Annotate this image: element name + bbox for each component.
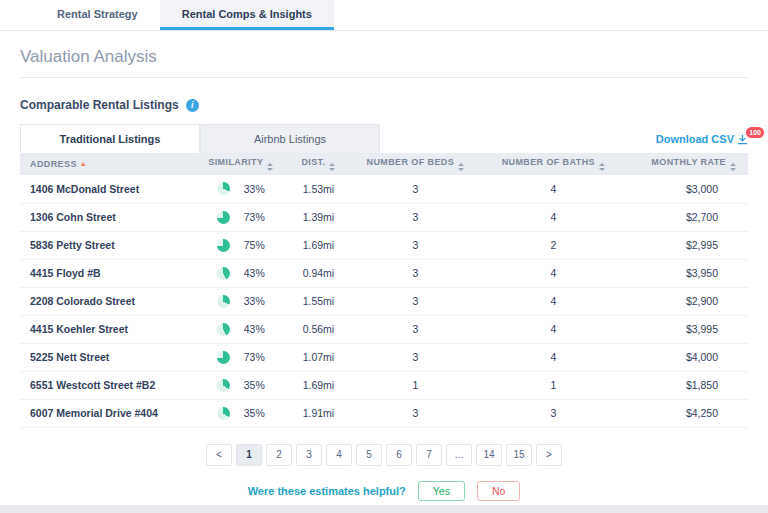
similarity-value: 43% <box>244 267 265 279</box>
download-badge: 100 <box>746 127 764 138</box>
table-row[interactable]: 6551 Westcott Street #B2 35% 1.69mi 1 1 … <box>20 371 748 399</box>
column-label: SIMILARITY <box>208 157 263 167</box>
distance-value: 1.69mi <box>289 371 348 399</box>
table-row[interactable]: 1306 Cohn Street 73% 1.39mi 3 4 $2,700 <box>20 203 748 231</box>
similarity-pie-icon <box>217 211 230 224</box>
beds-value: 3 <box>348 175 483 203</box>
listing-address: 2208 Colorado Street <box>20 287 193 315</box>
pagination-page-2[interactable]: 2 <box>266 444 292 466</box>
table-row[interactable]: 6007 Memorial Drive #404 35% 1.91mi 3 3 … <box>20 399 748 427</box>
listing-address: 4415 Koehler Street <box>20 315 193 343</box>
pagination-page-6[interactable]: 6 <box>386 444 412 466</box>
listing-address: 5836 Petty Street <box>20 231 193 259</box>
similarity-cell: 35% <box>201 379 281 392</box>
feedback-yes-button[interactable]: Yes <box>418 481 465 501</box>
monthly-rate-value: $1,850 <box>624 371 748 399</box>
table-header-row: ADDRESS▲ SIMILARITY DIST. NUMBER OF BEDS… <box>20 153 748 175</box>
sort-icon <box>458 163 464 171</box>
similarity-pie-icon <box>217 351 230 364</box>
beds-value: 1 <box>348 371 483 399</box>
tab-traditional-listings[interactable]: Traditional Listings <box>20 124 200 153</box>
pagination-page-5[interactable]: 5 <box>356 444 382 466</box>
similarity-cell: 75% <box>201 239 281 252</box>
distance-value: 0.56mi <box>289 315 348 343</box>
sort-asc-icon: ▲ <box>80 160 87 167</box>
baths-value: 4 <box>483 315 624 343</box>
distance-value: 1.07mi <box>289 343 348 371</box>
baths-value: 3 <box>483 399 624 427</box>
monthly-rate-value: $3,000 <box>624 175 748 203</box>
beds-value: 3 <box>348 203 483 231</box>
download-csv-label: Download CSV <box>656 133 734 145</box>
table-row[interactable]: 1406 McDonald Street 33% 1.53mi 3 4 $3,0… <box>20 175 748 203</box>
column-header-monthly-rate[interactable]: MONTHLY RATE <box>624 153 748 175</box>
baths-value: 4 <box>483 343 624 371</box>
similarity-pie-icon <box>217 295 230 308</box>
table-row[interactable]: 4415 Koehler Street 43% 0.56mi 3 4 $3,99… <box>20 315 748 343</box>
column-header-baths[interactable]: NUMBER OF BATHS <box>483 153 624 175</box>
column-header-address[interactable]: ADDRESS▲ <box>20 153 193 175</box>
table-row[interactable]: 5836 Petty Street 75% 1.69mi 3 2 $2,995 <box>20 231 748 259</box>
pagination-page-1[interactable]: 1 <box>236 444 262 466</box>
listings-toolbar: Traditional Listings Airbnb Listings Dow… <box>20 124 748 153</box>
similarity-value: 35% <box>244 407 265 419</box>
similarity-pie-icon <box>217 267 230 280</box>
table-row[interactable]: 2208 Colorado Street 33% 1.55mi 3 4 $2,9… <box>20 287 748 315</box>
monthly-rate-value: $3,950 <box>624 259 748 287</box>
pagination-page-4[interactable]: 4 <box>326 444 352 466</box>
feedback-question: Were these estimates helpful? <box>248 485 406 497</box>
similarity-value: 73% <box>244 211 265 223</box>
sort-icon <box>599 163 605 171</box>
pagination-page-15[interactable]: 15 <box>506 444 532 466</box>
monthly-rate-value: $4,250 <box>624 399 748 427</box>
similarity-pie-icon <box>217 323 230 336</box>
sort-icon <box>329 163 335 171</box>
section-header: Comparable Rental Listings i <box>20 98 748 112</box>
table-body: 1406 McDonald Street 33% 1.53mi 3 4 $3,0… <box>20 175 748 427</box>
table-row[interactable]: 4415 Floyd #B 43% 0.94mi 3 4 $3,950 <box>20 259 748 287</box>
beds-value: 3 <box>348 343 483 371</box>
listing-address: 6551 Westcott Street #B2 <box>20 371 193 399</box>
top-tab-bar: Rental Strategy Rental Comps & Insights <box>0 0 768 31</box>
comparable-listings-table: ADDRESS▲ SIMILARITY DIST. NUMBER OF BEDS… <box>20 153 748 428</box>
similarity-cell: 73% <box>201 351 281 364</box>
baths-value: 4 <box>483 287 624 315</box>
similarity-pie-icon <box>217 379 230 392</box>
pagination-page-7[interactable]: 7 <box>416 444 442 466</box>
beds-value: 3 <box>348 231 483 259</box>
distance-value: 1.69mi <box>289 231 348 259</box>
column-header-similarity[interactable]: SIMILARITY <box>193 153 289 175</box>
column-header-beds[interactable]: NUMBER OF BEDS <box>348 153 483 175</box>
monthly-rate-value: $2,995 <box>624 231 748 259</box>
info-icon[interactable]: i <box>186 99 199 112</box>
similarity-value: 33% <box>244 295 265 307</box>
pagination-next-button[interactable]: > <box>536 444 562 466</box>
tab-airbnb-listings[interactable]: Airbnb Listings <box>200 124 380 153</box>
distance-value: 1.39mi <box>289 203 348 231</box>
listing-address: 6007 Memorial Drive #404 <box>20 399 193 427</box>
similarity-cell: 43% <box>201 323 281 336</box>
distance-value: 0.94mi <box>289 259 348 287</box>
pagination: <1234567...1415> <box>20 444 748 466</box>
tab-rental-comps-insights[interactable]: Rental Comps & Insights <box>160 0 334 30</box>
similarity-cell: 33% <box>201 182 281 195</box>
column-header-dist[interactable]: DIST. <box>289 153 348 175</box>
pagination-prev-button[interactable]: < <box>206 444 232 466</box>
beds-value: 3 <box>348 315 483 343</box>
baths-value: 4 <box>483 175 624 203</box>
column-label: MONTHLY RATE <box>651 157 726 167</box>
pagination-page-14[interactable]: 14 <box>476 444 502 466</box>
similarity-cell: 43% <box>201 267 281 280</box>
tab-rental-strategy[interactable]: Rental Strategy <box>35 0 160 30</box>
table-row[interactable]: 5225 Nett Street 73% 1.07mi 3 4 $4,000 <box>20 343 748 371</box>
download-csv-link[interactable]: Download CSV 100 <box>656 133 748 145</box>
feedback-no-button[interactable]: No <box>477 481 520 501</box>
page-title: Valuation Analysis <box>20 47 748 67</box>
monthly-rate-value: $3,995 <box>624 315 748 343</box>
column-label: NUMBER OF BEDS <box>367 157 455 167</box>
similarity-pie-icon <box>217 182 230 195</box>
column-label: NUMBER OF BATHS <box>502 157 595 167</box>
similarity-value: 35% <box>244 379 265 391</box>
main-content: Valuation Analysis Comparable Rental Lis… <box>0 47 768 501</box>
pagination-page-3[interactable]: 3 <box>296 444 322 466</box>
